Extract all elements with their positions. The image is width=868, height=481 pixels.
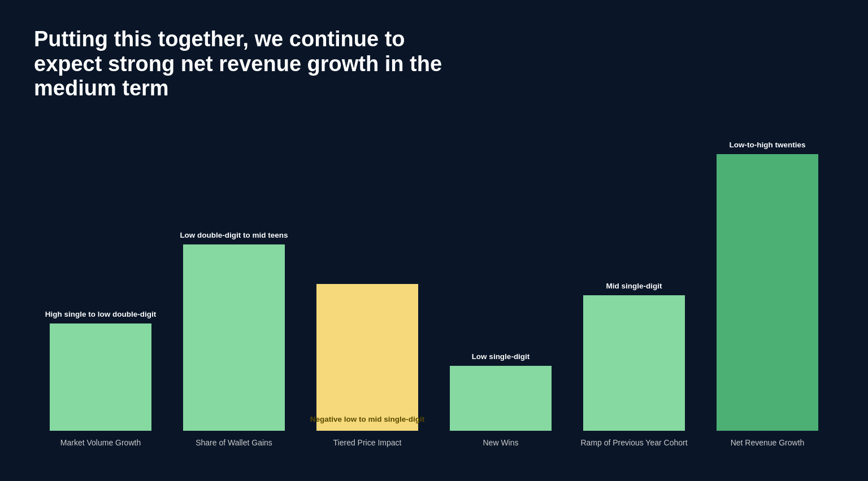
bar-top-label-new-wins: Low single-digit <box>472 341 530 361</box>
bar-group-share-of-wallet-gains: Low double-digit to mid teensShare of Wa… <box>167 220 301 448</box>
bar-top-label-market-volume-growth: High single to low double-digit <box>45 299 156 319</box>
bar-share-of-wallet-gains <box>183 244 285 431</box>
bar-group-ramp-previous-year: Mid single-digitRamp of Previous Year Co… <box>567 270 701 448</box>
bar-wrapper-net-revenue-growth <box>717 154 818 431</box>
bar-net-revenue-growth <box>717 154 818 431</box>
bar-bottom-label-ramp-previous-year: Ramp of Previous Year Cohort <box>580 438 687 448</box>
bar-wrapper-tiered-price-impact: Negative low to mid single-digit <box>316 284 418 431</box>
bar-wrapper-ramp-previous-year <box>583 295 685 431</box>
bar-bottom-label-tiered-price-impact: Tiered Price Impact <box>333 438 402 448</box>
bar-negative-label-tiered-price-impact: Negative low to mid single-digit <box>310 414 425 425</box>
bar-wrapper-new-wins <box>450 366 552 431</box>
bar-new-wins <box>450 366 552 431</box>
chart-area: High single to low double-digitMarket Vo… <box>34 129 834 481</box>
bar-bottom-label-market-volume-growth: Market Volume Growth <box>60 438 141 448</box>
bar-group-new-wins: Low single-digitNew Wins <box>434 341 567 448</box>
bar-bottom-label-net-revenue-growth: Net Revenue Growth <box>731 438 805 448</box>
bar-top-label-share-of-wallet-gains: Low double-digit to mid teens <box>180 220 288 240</box>
page-title: Putting this together, we continue to ex… <box>34 27 475 101</box>
bar-wrapper-market-volume-growth <box>50 323 151 431</box>
page-container: Putting this together, we continue to ex… <box>0 0 868 481</box>
bar-group-tiered-price-impact: Negative low to mid single-digitTiered P… <box>301 259 434 448</box>
bar-ramp-previous-year <box>583 295 685 431</box>
bar-top-label-net-revenue-growth: Low-to-high twenties <box>730 129 806 150</box>
bar-top-label-ramp-previous-year: Mid single-digit <box>606 270 662 291</box>
bar-bottom-label-share-of-wallet-gains: Share of Wallet Gains <box>196 438 272 448</box>
bar-group-market-volume-growth: High single to low double-digitMarket Vo… <box>34 299 167 448</box>
bar-tiered-price-impact <box>316 284 418 431</box>
bar-bottom-label-new-wins: New Wins <box>483 438 518 448</box>
bar-wrapper-share-of-wallet-gains <box>183 244 285 431</box>
bar-market-volume-growth <box>50 323 151 431</box>
bar-group-net-revenue-growth: Low-to-high twentiesNet Revenue Growth <box>701 129 834 448</box>
